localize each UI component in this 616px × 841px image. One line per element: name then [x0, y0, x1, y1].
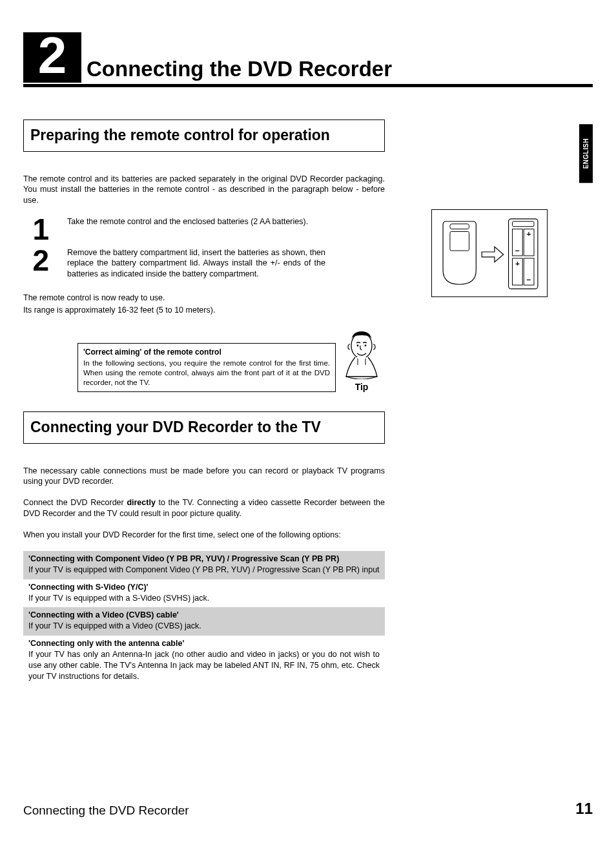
svg-text:−: −	[527, 275, 531, 284]
svg-rect-4	[512, 222, 534, 227]
chapter-number: 2	[38, 30, 67, 81]
step-row: 1 Take the remote control and the enclos…	[23, 216, 385, 243]
language-tab: ENGLISH	[579, 124, 593, 183]
ready-line-2: Its range is approximately 16-32 feet (5…	[23, 305, 385, 316]
option-desc: If your TV is equipped with a S-Video (S…	[28, 593, 380, 604]
connect-p3: When you install your DVD Recorder for t…	[23, 530, 385, 541]
svg-point-14	[357, 345, 359, 347]
remote-diagram-svg: − + + −	[432, 210, 547, 296]
page-number: 11	[575, 800, 593, 818]
chapter-header: 2 Connecting the DVD Recorder	[23, 32, 593, 87]
option-cvbs: 'Connecting with a Video (CVBS) cable' I…	[23, 607, 385, 636]
connect-p1: The necessary cable connections must be …	[23, 466, 385, 488]
option-title: 'Connecting only with the antenna cable'	[28, 638, 380, 649]
option-component-video: 'Connecting with Component Video (Y PB P…	[23, 551, 385, 579]
step-text: Take the remote control and the enclosed…	[67, 216, 325, 227]
option-desc: If your TV is equipped with a Video (CVB…	[28, 621, 380, 632]
svg-rect-0	[450, 224, 469, 229]
svg-point-13	[351, 333, 372, 358]
intro-paragraph: The remote control and its batteries are…	[23, 174, 385, 207]
ready-line-1: The remote control is now ready to use.	[23, 293, 385, 304]
chapter-title: Connecting the DVD Recorder	[87, 57, 392, 83]
footer-title: Connecting the DVD Recorder	[23, 804, 189, 818]
option-desc: If your TV has only an Antenna-In jack (…	[28, 649, 380, 682]
option-desc: If your TV is equipped with Component Vi…	[28, 565, 380, 576]
tip-title: 'Correct aiming' of the remote control	[83, 348, 330, 357]
connect-p2-bold: directly	[127, 498, 155, 507]
connect-p2: Connect the DVD Recorder directly to the…	[23, 497, 385, 519]
svg-marker-2	[482, 247, 504, 262]
option-title: 'Connecting with Component Video (Y PB P…	[28, 554, 380, 565]
step-number: 1	[23, 216, 49, 243]
tip-text: In the following sections, you require t…	[83, 358, 330, 388]
section-heading-remote: Preparing the remote control for operati…	[23, 119, 385, 152]
connect-p2-pre: Connect the DVD Recorder	[23, 498, 127, 507]
tip-face-icon	[342, 327, 381, 379]
option-title: 'Connecting with S-Video (Y/C)'	[28, 582, 380, 593]
chapter-number-box: 2	[23, 32, 81, 83]
step-row: 2 Remove the battery compartment lid, in…	[23, 247, 385, 280]
step-number: 2	[23, 247, 49, 274]
option-s-video: 'Connecting with S-Video (Y/C)' If your …	[23, 579, 385, 608]
steps-list: 1 Take the remote control and the enclos…	[23, 216, 385, 280]
tip-icon-column: Tip	[342, 327, 381, 392]
svg-point-15	[365, 345, 367, 347]
option-antenna: 'Connecting only with the antenna cable'…	[23, 636, 385, 686]
section-heading-connect-tv: Connecting your DVD Recorder to the TV	[23, 411, 385, 444]
svg-rect-1	[450, 232, 469, 251]
main-content: Preparing the remote control for operati…	[23, 119, 385, 686]
page-footer: Connecting the DVD Recorder 11	[23, 800, 593, 818]
tip-box: 'Correct aiming' of the remote control I…	[77, 343, 336, 392]
remote-battery-diagram: − + + −	[431, 209, 548, 297]
svg-text:+: +	[527, 229, 531, 238]
tip-block: 'Correct aiming' of the remote control I…	[23, 327, 385, 392]
svg-text:−: −	[515, 246, 520, 255]
tip-label: Tip	[355, 382, 369, 392]
svg-text:+: +	[515, 259, 520, 268]
step-text: Remove the battery compartment lid, inse…	[67, 247, 325, 280]
option-title: 'Connecting with a Video (CVBS) cable'	[28, 610, 380, 621]
